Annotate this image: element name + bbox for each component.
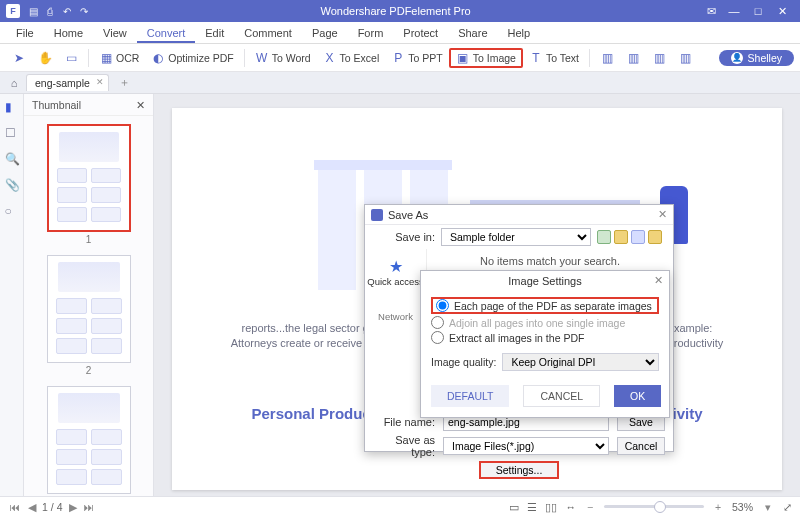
- sidebar-bookmarks-icon[interactable]: ☐: [5, 126, 19, 140]
- menu-view[interactable]: View: [93, 22, 137, 43]
- tool-convert-extra-2[interactable]: ▥: [620, 49, 646, 67]
- zoom-slider[interactable]: [604, 505, 704, 508]
- tool-convert-extra-3[interactable]: ▥: [646, 49, 672, 67]
- to-word-label: To Word: [272, 52, 311, 64]
- menu-page[interactable]: Page: [302, 22, 348, 43]
- menu-convert[interactable]: Convert: [137, 22, 196, 43]
- opt-each-page-separate[interactable]: Each page of the PDF as separate images: [431, 297, 659, 314]
- excel-icon: X: [323, 51, 337, 65]
- page-first-icon[interactable]: ⏮: [8, 501, 22, 513]
- separator: [589, 49, 590, 67]
- thumbnail-list: 1 2 3: [24, 116, 153, 496]
- tool-to-ppt[interactable]: PTo PPT: [385, 49, 448, 67]
- thumbnail-close-icon[interactable]: ✕: [136, 99, 145, 111]
- zoom-in-icon[interactable]: +: [712, 501, 724, 513]
- opt-each-page-radio[interactable]: [436, 299, 449, 312]
- menu-help[interactable]: Help: [498, 22, 541, 43]
- window-maximize[interactable]: □: [746, 5, 770, 17]
- document-tab[interactable]: eng-sample ✕: [26, 74, 109, 91]
- qa-save-icon[interactable]: ⎙: [43, 6, 57, 17]
- document-tab-label: eng-sample: [35, 77, 90, 89]
- nav-newfolder-icon[interactable]: [631, 230, 645, 244]
- view-fitwidth-icon[interactable]: ↔: [565, 501, 576, 513]
- nav-up-icon[interactable]: [614, 230, 628, 244]
- qa-open-icon[interactable]: ▤: [26, 6, 40, 17]
- menu-form[interactable]: Form: [348, 22, 394, 43]
- image-icon: ▣: [456, 51, 470, 65]
- sidebar-thumbnails-icon[interactable]: ▮: [5, 100, 19, 114]
- opt-extract-images[interactable]: Extract all images in the PDF: [431, 330, 659, 345]
- view-single-icon[interactable]: ▭: [509, 501, 519, 513]
- tool-to-text[interactable]: TTo Text: [523, 49, 585, 67]
- page-last-icon[interactable]: ⏭: [83, 501, 97, 513]
- default-button[interactable]: DEFAULT: [431, 385, 509, 407]
- thumbnail-page[interactable]: 3: [47, 386, 131, 496]
- opt-adjoin-single[interactable]: Adjoin all pages into one single image: [431, 315, 659, 330]
- tool-select[interactable]: ▭: [58, 49, 84, 67]
- page-next-icon[interactable]: ▶: [66, 501, 80, 513]
- tool-optimize-pdf[interactable]: ◐Optimize PDF: [145, 49, 239, 67]
- tool-hand[interactable]: ✋: [32, 49, 58, 67]
- menu-share[interactable]: Share: [448, 22, 497, 43]
- tool-ocr[interactable]: ▦OCR: [93, 49, 145, 67]
- tool-to-image[interactable]: ▣To Image: [449, 48, 523, 68]
- thumbnail-page[interactable]: 1: [47, 124, 131, 245]
- image-settings-titlebar[interactable]: Image Settings ✕: [421, 271, 669, 291]
- save-as-type-label: Save as type:: [373, 434, 435, 458]
- tool-to-excel[interactable]: XTo Excel: [317, 49, 386, 67]
- menu-comment[interactable]: Comment: [234, 22, 302, 43]
- quick-access-label[interactable]: Quick access: [365, 276, 426, 287]
- sidebar-search-icon[interactable]: 🔍: [5, 152, 19, 166]
- user-name: Shelley: [748, 52, 782, 64]
- nav-back-icon[interactable]: [597, 230, 611, 244]
- save-as-title: Save As: [388, 209, 428, 221]
- saveas-cancel-button[interactable]: Cancel: [617, 437, 665, 455]
- opt-adjoin-radio[interactable]: [431, 316, 444, 329]
- menu-file[interactable]: File: [6, 22, 44, 43]
- qa-redo-icon[interactable]: ↷: [77, 6, 91, 17]
- network-label[interactable]: Network: [365, 311, 426, 322]
- qa-undo-icon[interactable]: ↶: [60, 6, 74, 17]
- thumbnail-header: Thumbnail ✕: [24, 94, 153, 116]
- window-minimize[interactable]: —: [722, 5, 746, 17]
- tool-convert-extra-4[interactable]: ▥: [672, 49, 698, 67]
- save-as-titlebar[interactable]: Save As ✕: [365, 205, 673, 225]
- settings-button[interactable]: Settings...: [479, 461, 559, 479]
- empty-list-message: No items match your search.: [480, 255, 620, 267]
- ok-button[interactable]: OK: [614, 385, 661, 407]
- view-two-page-icon[interactable]: ▯▯: [545, 501, 557, 513]
- tool-to-word[interactable]: WTo Word: [249, 49, 317, 67]
- save-as-close-icon[interactable]: ✕: [658, 208, 667, 221]
- menu-home[interactable]: Home: [44, 22, 93, 43]
- close-tab-icon[interactable]: ✕: [96, 77, 104, 87]
- view-continuous-icon[interactable]: ☰: [527, 501, 537, 513]
- sidebar-comments-icon[interactable]: ○: [5, 204, 19, 218]
- tool-pointer[interactable]: ➤: [6, 49, 32, 67]
- status-bar: ⏮ ◀ 1 / 4 ▶ ⏭ ▭ ☰ ▯▯ ↔ − + 53% ▾ ⤢: [0, 496, 800, 516]
- page-nav: ⏮ ◀ 1 / 4 ▶ ⏭: [8, 501, 97, 513]
- nav-view-icon[interactable]: [648, 230, 662, 244]
- sidebar-attachments-icon[interactable]: 📎: [5, 178, 19, 192]
- window-close[interactable]: ✕: [770, 5, 794, 18]
- menu-edit[interactable]: Edit: [195, 22, 234, 43]
- image-quality-select[interactable]: Keep Original DPI: [502, 353, 659, 371]
- fullscreen-icon[interactable]: ⤢: [783, 501, 792, 513]
- tab-home-icon[interactable]: ⌂: [6, 75, 22, 91]
- zoom-out-icon[interactable]: −: [584, 501, 596, 513]
- add-tab-button[interactable]: ＋: [113, 75, 136, 90]
- image-settings-close-icon[interactable]: ✕: [654, 274, 663, 287]
- save-as-type-select[interactable]: Image Files(*.jpg): [443, 437, 609, 455]
- user-pill[interactable]: 👤 Shelley: [719, 50, 794, 66]
- opt-extract-radio[interactable]: [431, 331, 444, 344]
- quick-access-icon[interactable]: ★: [365, 257, 426, 276]
- page-prev-icon[interactable]: ◀: [25, 501, 39, 513]
- document-canvas[interactable]: Legal reports...the legal sector goes th…: [154, 94, 800, 496]
- save-in-select[interactable]: Sample folder: [441, 228, 591, 246]
- zoom-dropdown-icon[interactable]: ▾: [761, 501, 775, 513]
- imgset-cancel-button[interactable]: CANCEL: [523, 385, 600, 407]
- thumbnail-page[interactable]: 2: [47, 255, 131, 376]
- pointer-icon: ➤: [12, 51, 26, 65]
- tool-convert-extra-1[interactable]: ▥: [594, 49, 620, 67]
- menu-protect[interactable]: Protect: [393, 22, 448, 43]
- messages-icon[interactable]: ✉: [700, 5, 722, 18]
